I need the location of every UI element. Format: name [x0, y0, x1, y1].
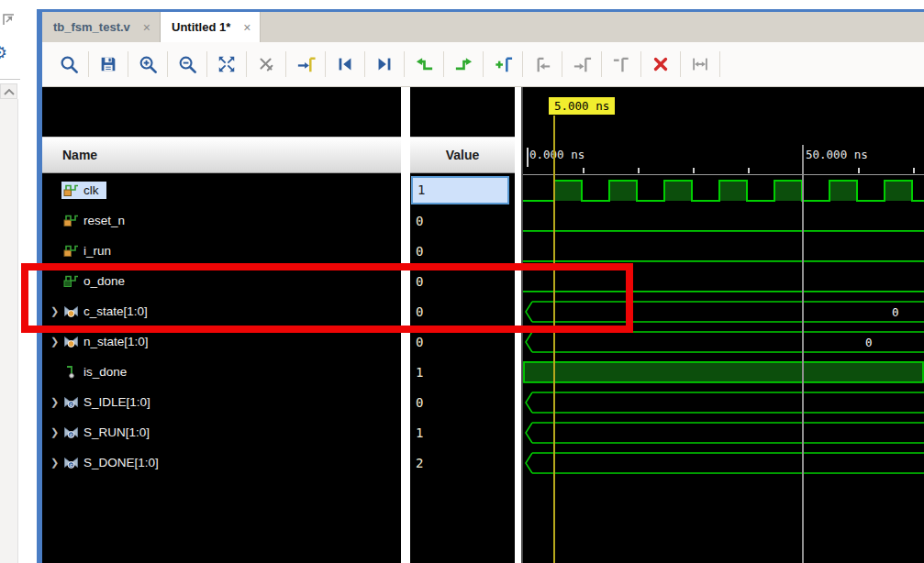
wave-row[interactable] [523, 358, 924, 388]
close-icon[interactable]: × [243, 20, 250, 35]
signal-value-row[interactable]: 1 [410, 418, 515, 448]
signal-row-clk[interactable]: clk [42, 175, 401, 205]
wave-row[interactable] [523, 418, 924, 448]
scrollbar-up-button[interactable] [0, 83, 17, 99]
tab-label: tb_fsm_test.v [53, 20, 130, 34]
annotation-rectangle [21, 263, 633, 333]
signal-value-row[interactable]: 0 [410, 388, 515, 418]
bus-value-label: 0 [865, 336, 873, 349]
value-header-label: Value [446, 148, 480, 162]
next-transition-icon[interactable] [444, 51, 484, 77]
signal-name: S_IDLE[1:0] [83, 395, 150, 409]
expander-chevron-icon[interactable]: ❯ [48, 426, 61, 438]
signal-row-i_run[interactable]: i_run [42, 236, 401, 266]
zoom-in-icon[interactable] [128, 51, 168, 77]
wave-row[interactable] [523, 176, 924, 206]
const-signal-icon: c [63, 395, 79, 409]
axis-tick-label-50ns: 50.000 ns [806, 148, 868, 161]
wire-signal-icon [63, 365, 79, 379]
close-icon[interactable]: × [143, 20, 150, 35]
remove-marker-icon[interactable] [602, 51, 641, 77]
axis-minor-tick [748, 168, 750, 173]
signal-name: reset_n [83, 214, 125, 227]
signal-name: is_done [83, 365, 127, 379]
const-signal-icon: c [63, 425, 79, 439]
previous-marker-icon[interactable] [523, 51, 562, 77]
axis-tick-label-0ns: 0.000 ns [529, 148, 584, 161]
axis-minor-tick [693, 168, 695, 173]
svg-text:c: c [70, 462, 72, 468]
signal-name: n_state[1:0] [83, 335, 149, 348]
zoom-out-icon[interactable] [168, 51, 207, 77]
add-marker-icon[interactable] [484, 51, 523, 77]
axis-minor-tick [583, 168, 584, 173]
expander-chevron-icon[interactable]: ❯ [48, 336, 61, 348]
axis-minor-tick [913, 168, 915, 173]
tab-untitled-1[interactable]: Untitled 1* × [161, 12, 261, 42]
settings-gear-icon[interactable]: ⚙ [0, 44, 7, 61]
expander-chevron-icon[interactable]: ❯ [48, 396, 61, 408]
next-marker-icon[interactable] [562, 51, 602, 77]
name-header-label: Name [62, 148, 97, 162]
signal-row-s_run10[interactable]: ❯cS_RUN[1:0] [42, 417, 401, 447]
signal-name: clk [83, 183, 99, 197]
wave-row[interactable] [523, 388, 924, 418]
input-signal-icon [63, 183, 79, 197]
axis-baseline [523, 174, 924, 175]
screenshot-root: ⚙ tb_fsm_test.v × Untitled 1* × Name clk… [0, 0, 924, 563]
next-icon[interactable] [365, 51, 405, 77]
cursor-time-label[interactable]: 5.000 ns [549, 97, 615, 115]
snap-off-icon[interactable] [247, 51, 286, 77]
signal-value-row[interactable]: 0 [410, 206, 515, 237]
signal-value-row[interactable]: 1 [410, 358, 515, 388]
tab-bar: tb_fsm_test.v × Untitled 1* × [42, 12, 924, 42]
wave-row[interactable] [523, 206, 924, 237]
expander-chevron-icon[interactable]: ❯ [48, 457, 61, 469]
chevron-up-icon [3, 87, 16, 96]
svg-text:c: c [70, 432, 72, 437]
signal-name: S_DONE[1:0] [83, 456, 159, 469]
name-column-header[interactable]: Name [42, 137, 401, 173]
cursor-line[interactable] [553, 116, 555, 563]
axis-minor-tick [858, 168, 860, 173]
bus-value-label: 0 [892, 305, 899, 319]
delete-selection-icon[interactable] [641, 51, 681, 77]
value-column-header[interactable]: Value [410, 137, 515, 173]
search-icon[interactable] [50, 51, 89, 77]
float-window-icon[interactable] [2, 13, 17, 28]
const-signal-icon: c [63, 456, 79, 469]
input-signal-icon [63, 244, 79, 258]
signal-name: S_RUN[1:0] [83, 425, 150, 439]
swap-cursors-icon[interactable] [681, 51, 720, 77]
axis-tick [527, 148, 529, 167]
tab-tb-fsm-test[interactable]: tb_fsm_test.v × [42, 12, 161, 42]
signal-row-s_idle10[interactable]: ❯cS_IDLE[1:0] [42, 387, 401, 417]
wave-row[interactable] [523, 448, 924, 479]
gridline-50ns [802, 145, 804, 563]
svg-text:c: c [70, 402, 72, 407]
save-icon[interactable] [89, 51, 128, 77]
divider [0, 79, 20, 80]
go-to-time-icon[interactable] [286, 51, 326, 77]
signal-name: i_run [83, 244, 111, 258]
bus-signal-icon [63, 335, 79, 348]
tab-label: Untitled 1* [172, 20, 230, 34]
axis-minor-tick [638, 168, 640, 173]
zoom-fit-icon[interactable] [207, 51, 247, 77]
input-signal-icon [63, 214, 79, 227]
signal-row-reset_n[interactable]: reset_n [42, 205, 401, 236]
previous-icon[interactable] [326, 51, 365, 77]
previous-transition-icon[interactable] [405, 51, 444, 77]
selected-value-cell[interactable]: 1 [411, 176, 509, 204]
signal-row-s_done10[interactable]: ❯cS_DONE[1:0] [42, 447, 401, 478]
signal-value-row[interactable]: 1 [410, 176, 515, 206]
scrollbar-track[interactable] [0, 99, 18, 563]
signal-row-is_done[interactable]: is_done [42, 357, 401, 387]
wave-toolbar [42, 42, 924, 87]
signal-value-row[interactable]: 2 [410, 448, 515, 479]
